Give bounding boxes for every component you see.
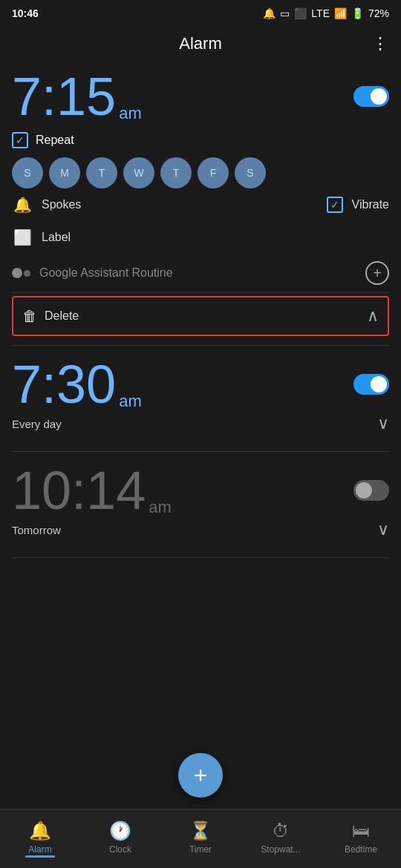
dot-2 [24, 270, 30, 277]
nav-item-bedtime[interactable]: 🛏 Bedtime [321, 821, 401, 858]
alarm-3-hour: 10 [12, 464, 71, 517]
battery-icon: 🔋 [351, 7, 364, 19]
screen-icon: ▭ [280, 7, 290, 19]
alarm-nav-label: Alarm [28, 844, 51, 855]
alarm-card-3: 10 : 14 am Tomorrow ∨ [12, 452, 389, 558]
menu-button[interactable]: ⋮ [372, 34, 389, 53]
day-fri[interactable]: F [198, 157, 229, 188]
alarm-2-toggle[interactable] [353, 374, 389, 395]
alarm-3-minute: 14 [86, 464, 146, 517]
alarm-1-collapse-button[interactable]: ∧ [367, 306, 379, 326]
alarm-status-icon: 🔔 [263, 7, 276, 19]
alarm-2-toggle-knob [371, 376, 387, 392]
page-title: Alarm [179, 34, 221, 53]
status-time: 10:46 [12, 7, 39, 19]
assistant-icon [12, 268, 30, 278]
clock-nav-label: Clock [109, 844, 131, 855]
alarm-2-expand-button[interactable]: ∨ [377, 414, 389, 433]
alarm-2-summary-row: 7 : 30 am [12, 355, 389, 412]
assistant-add-button[interactable]: + [365, 261, 389, 285]
bottom-nav: 🔔 Alarm 🕐 Clock ⏳ Timer ⏱ Stopwat... 🛏 B… [0, 809, 401, 868]
dot-1 [12, 268, 22, 278]
timer-nav-icon: ⏳ [189, 821, 212, 841]
nav-item-stopwatch[interactable]: ⏱ Stopwat... [241, 821, 321, 858]
alarm-1-repeat-checkbox[interactable]: ✓ [12, 132, 28, 148]
alarm-1-ringtone-label: Spokes [42, 198, 81, 211]
day-sat[interactable]: S [235, 157, 266, 188]
lte-label: LTE [311, 7, 330, 19]
alarm-card-2: 7 : 30 am Every day ∨ [12, 346, 389, 452]
alarm-1-time-display[interactable]: 7 : 15 am [12, 70, 142, 123]
alarm-1-assistant-label: Google Assistant Routine [39, 266, 173, 280]
alarm-3-ampm: am [149, 498, 172, 517]
alarm-2-time-display[interactable]: 7 : 30 am [12, 358, 142, 411]
clock-nav-icon: 🕐 [109, 821, 131, 841]
alarm-3-summary-row: 10 : 14 am [12, 461, 389, 519]
alarm-3-sub-row: Tomorrow ∨ [12, 519, 389, 548]
alarm-1-days-row: S M T W T F S [12, 157, 389, 188]
alarm-2-ampm: am [119, 392, 142, 411]
alarm-1-vibrate-checkbox[interactable]: ✓ [327, 197, 343, 213]
alarm-3-colon: : [71, 464, 86, 517]
alarm-card-1: 7 : 15 am ✓ Repeat S M T W T F S [12, 61, 389, 346]
alarm-1-delete-button[interactable]: 🗑 Delete [22, 308, 79, 325]
fab-plus-icon: + [194, 762, 208, 789]
alarm-1-delete-label: Delete [45, 309, 79, 323]
nav-item-alarm[interactable]: 🔔 Alarm [0, 821, 80, 858]
alarm-2-minute: 30 [56, 358, 116, 411]
battery-percent: 72% [368, 7, 389, 19]
status-icons: 🔔 ▭ ⬛ LTE 📶 🔋 72% [263, 7, 389, 19]
alarm-1-minute: 15 [56, 70, 116, 123]
alarm-1-ringtone-left[interactable]: 🔔 Spokes [12, 196, 81, 214]
label-icon: ⬜ [12, 228, 33, 246]
day-thu[interactable]: T [160, 157, 192, 188]
day-tue[interactable]: T [86, 157, 117, 188]
day-wed[interactable]: W [123, 157, 154, 188]
alarm-1-vibrate-label: Vibrate [352, 198, 389, 211]
bedtime-nav-label: Bedtime [345, 844, 377, 855]
alarm-1-assistant-row[interactable]: Google Assistant Routine + [12, 254, 389, 293]
signal-icon: 📶 [334, 7, 347, 19]
alarm-nav-underline [25, 855, 55, 858]
cast-icon: ⬛ [294, 7, 307, 19]
stopwatch-nav-icon: ⏱ [272, 821, 290, 841]
alarm-1-action-row: 🗑 Delete ∧ [12, 296, 389, 336]
alarm-1-toggle[interactable] [353, 86, 389, 107]
alarm-2-sub-row: Every day ∨ [12, 412, 389, 442]
alarm-1-hour: 7 [12, 70, 42, 123]
nav-item-clock[interactable]: 🕐 Clock [80, 821, 160, 858]
alarm-3-expand-button[interactable]: ∨ [377, 520, 389, 539]
top-bar: Alarm ⋮ [0, 27, 401, 61]
alarm-1-label-row[interactable]: ⬜ Label [12, 221, 389, 254]
alarm-3-sub-label: Tomorrow [12, 524, 61, 536]
add-alarm-fab[interactable]: + [178, 753, 223, 798]
alarm-2-hour: 7 [12, 358, 42, 411]
alarm-1-label-text: Label [42, 231, 71, 244]
alarm-1-time-row: 7 : 15 am [12, 70, 389, 123]
alarm-1-assistant-left: Google Assistant Routine [12, 266, 173, 280]
alarm-2-colon: : [42, 358, 56, 411]
alarm-1-toggle-knob [371, 88, 387, 105]
alarm-2-sub-label: Every day [12, 418, 62, 430]
timer-nav-label: Timer [189, 844, 212, 855]
nav-item-timer[interactable]: ⏳ Timer [160, 821, 241, 858]
alarm-3-time-display[interactable]: 10 : 14 am [12, 464, 172, 517]
alarm-1-vibrate-right[interactable]: ✓ Vibrate [327, 197, 389, 213]
alarm-nav-icon: 🔔 [29, 821, 51, 841]
alarm-1-ampm: am [119, 104, 142, 123]
alarm-list: 7 : 15 am ✓ Repeat S M T W T F S [0, 61, 401, 801]
stopwatch-nav-label: Stopwat... [261, 844, 300, 855]
alarm-1-ringtone-vibrate-row: 🔔 Spokes ✓ Vibrate [12, 188, 389, 221]
day-sun[interactable]: S [12, 157, 43, 188]
alarm-1-repeat-label: Repeat [36, 134, 74, 147]
alarm-1-colon: : [42, 70, 56, 123]
status-bar: 10:46 🔔 ▭ ⬛ LTE 📶 🔋 72% [0, 0, 401, 27]
alarm-3-toggle[interactable] [353, 480, 389, 501]
bell-icon: 🔔 [12, 196, 33, 214]
alarm-1-repeat-row[interactable]: ✓ Repeat [12, 132, 389, 148]
day-mon[interactable]: M [49, 157, 80, 188]
alarm-3-toggle-knob [356, 482, 372, 499]
trash-icon: 🗑 [22, 308, 37, 325]
bedtime-nav-icon: 🛏 [352, 821, 370, 841]
